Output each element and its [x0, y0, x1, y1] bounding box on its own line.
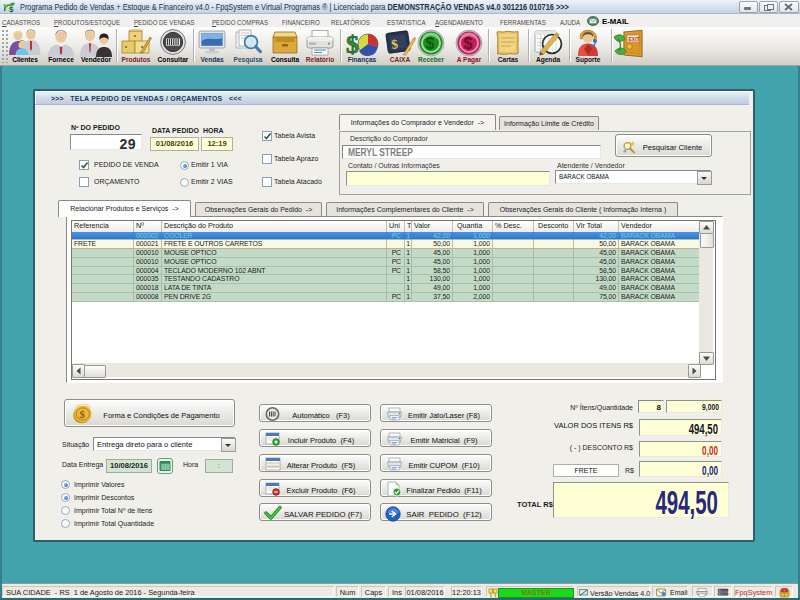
svg-text:$: $ [426, 35, 435, 52]
svg-text:EXIT: EXIT [629, 36, 640, 42]
svg-text:$: $ [464, 35, 473, 52]
svg-text:$: $ [9, 5, 14, 13]
svg-text:$: $ [346, 30, 359, 57]
